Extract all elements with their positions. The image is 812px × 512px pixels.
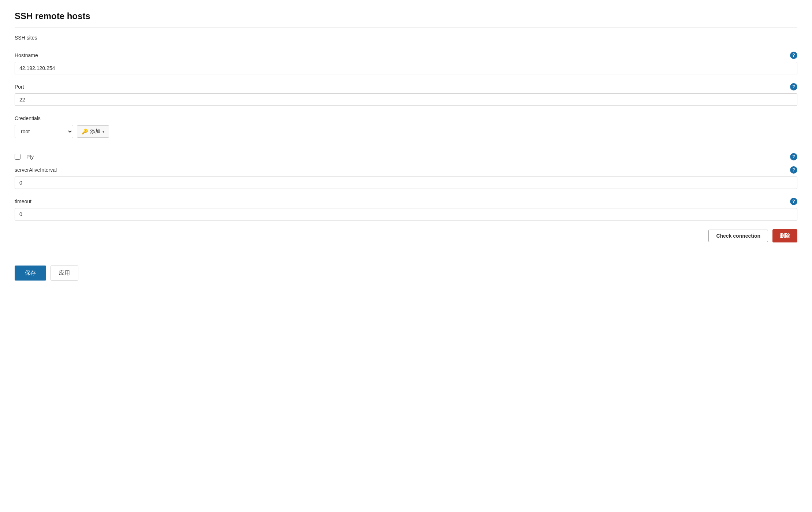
server-alive-label: serverAliveInterval	[15, 167, 57, 173]
pty-left: Pty	[15, 154, 34, 160]
apply-button[interactable]: 应用	[51, 266, 78, 281]
hostname-row: Hostname ?	[15, 52, 797, 74]
hostname-label: Hostname	[15, 52, 38, 58]
timeout-help-icon[interactable]: ?	[790, 198, 797, 205]
page-title: SSH remote hosts	[15, 11, 797, 27]
ssh-form: Hostname ? Port ? Credentials ? root 🔑 添…	[15, 48, 797, 251]
pty-section: Pty ?	[15, 147, 797, 160]
delete-button[interactable]: 删除	[772, 229, 797, 242]
timeout-row: timeout ?	[15, 198, 797, 220]
server-alive-row: serverAliveInterval ?	[15, 166, 797, 189]
check-connection-button[interactable]: Check connection	[708, 230, 768, 242]
timeout-input[interactable]	[15, 208, 797, 220]
credentials-label: Credentials	[15, 115, 41, 121]
port-row: Port ?	[15, 83, 797, 106]
timeout-label-row: timeout ?	[15, 198, 797, 205]
key-icon: 🔑	[82, 129, 88, 134]
server-alive-input[interactable]	[15, 177, 797, 189]
credentials-select[interactable]: root	[15, 125, 73, 138]
credentials-controls: root 🔑 添加 ▾	[15, 125, 797, 138]
hostname-input[interactable]	[15, 62, 797, 74]
bottom-bar: 保存 应用	[15, 258, 797, 281]
port-label-row: Port ?	[15, 83, 797, 90]
hostname-label-row: Hostname ?	[15, 52, 797, 59]
timeout-label: timeout	[15, 199, 31, 204]
port-help-icon[interactable]: ?	[790, 83, 797, 90]
credentials-row: Credentials ? root 🔑 添加 ▾	[15, 115, 797, 138]
pty-label-section: Pty ?	[15, 153, 797, 160]
port-label: Port	[15, 84, 24, 90]
section-label: SSH sites	[15, 35, 797, 41]
port-input[interactable]	[15, 93, 797, 106]
action-buttons-right: Check connection 删除	[15, 229, 797, 242]
pty-checkbox[interactable]	[15, 154, 21, 160]
add-credentials-button[interactable]: 🔑 添加 ▾	[77, 125, 109, 138]
hostname-help-icon[interactable]: ?	[790, 52, 797, 59]
pty-help-icon[interactable]: ?	[790, 153, 797, 160]
pty-label: Pty	[25, 154, 34, 160]
chevron-down-icon: ▾	[103, 130, 104, 134]
server-alive-help-icon[interactable]: ?	[790, 166, 797, 174]
save-button[interactable]: 保存	[15, 266, 46, 281]
add-credentials-label: 添加	[90, 128, 100, 135]
server-alive-label-row: serverAliveInterval ?	[15, 166, 797, 174]
credentials-label-row: Credentials ?	[15, 115, 797, 122]
